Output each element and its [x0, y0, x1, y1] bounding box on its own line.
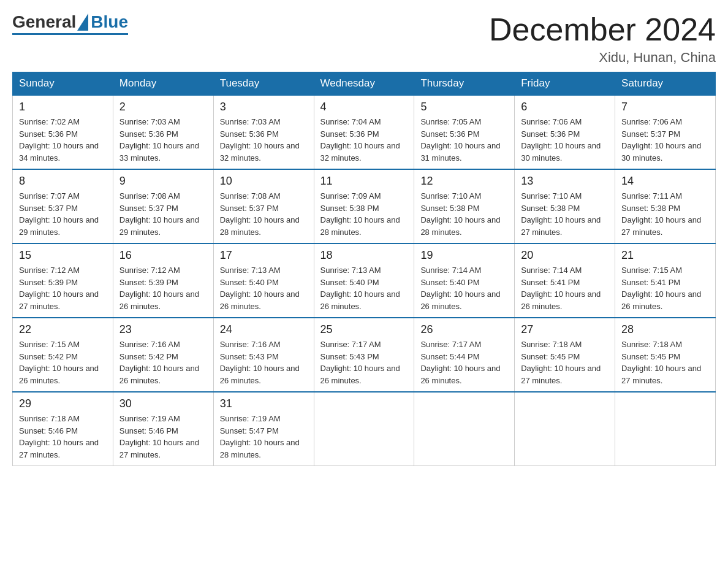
calendar-cell: 15 Sunrise: 7:12 AMSunset: 5:39 PMDaylig… — [13, 243, 113, 318]
calendar-cell: 28 Sunrise: 7:18 AMSunset: 5:45 PMDaylig… — [615, 318, 716, 392]
day-number: 5 — [420, 101, 508, 113]
day-info: Sunrise: 7:13 AMSunset: 5:40 PMDaylight:… — [220, 266, 300, 311]
day-info: Sunrise: 7:07 AMSunset: 5:37 PMDaylight:… — [19, 191, 99, 237]
day-info: Sunrise: 7:08 AMSunset: 5:37 PMDaylight:… — [220, 191, 300, 237]
day-info: Sunrise: 7:08 AMSunset: 5:37 PMDaylight:… — [119, 191, 199, 237]
day-info: Sunrise: 7:03 AMSunset: 5:36 PMDaylight:… — [119, 117, 199, 163]
week-row-4: 22 Sunrise: 7:15 AMSunset: 5:42 PMDaylig… — [13, 318, 716, 392]
calendar-cell: 12 Sunrise: 7:10 AMSunset: 5:38 PMDaylig… — [414, 169, 515, 243]
day-number: 10 — [220, 175, 308, 188]
calendar-cell — [615, 392, 716, 466]
calendar-cell: 13 Sunrise: 7:10 AMSunset: 5:38 PMDaylig… — [515, 169, 615, 243]
day-number: 17 — [220, 249, 308, 262]
calendar-cell — [414, 392, 515, 466]
week-row-1: 1 Sunrise: 7:02 AMSunset: 5:36 PMDayligh… — [13, 95, 716, 169]
day-info: Sunrise: 7:05 AMSunset: 5:36 PMDaylight:… — [420, 117, 500, 163]
day-number: 27 — [521, 323, 609, 336]
day-number: 9 — [119, 175, 207, 188]
calendar-cell: 17 Sunrise: 7:13 AMSunset: 5:40 PMDaylig… — [213, 243, 314, 318]
day-info: Sunrise: 7:02 AMSunset: 5:36 PMDaylight:… — [19, 117, 99, 163]
calendar-cell: 29 Sunrise: 7:18 AMSunset: 5:46 PMDaylig… — [13, 392, 113, 466]
calendar-cell: 24 Sunrise: 7:16 AMSunset: 5:43 PMDaylig… — [213, 318, 314, 392]
day-number: 30 — [119, 397, 207, 410]
calendar-cell: 7 Sunrise: 7:06 AMSunset: 5:37 PMDayligh… — [615, 95, 716, 169]
day-info: Sunrise: 7:10 AMSunset: 5:38 PMDaylight:… — [521, 191, 601, 237]
page-header: General Blue December 2024 Xidu, Hunan, … — [12, 12, 716, 66]
calendar-cell: 27 Sunrise: 7:18 AMSunset: 5:45 PMDaylig… — [515, 318, 615, 392]
col-friday: Friday — [515, 72, 615, 96]
calendar-cell: 30 Sunrise: 7:19 AMSunset: 5:46 PMDaylig… — [113, 392, 213, 466]
calendar-cell: 11 Sunrise: 7:09 AMSunset: 5:38 PMDaylig… — [314, 169, 414, 243]
day-number: 21 — [621, 249, 709, 262]
day-number: 23 — [119, 323, 207, 336]
calendar-cell: 8 Sunrise: 7:07 AMSunset: 5:37 PMDayligh… — [13, 169, 113, 243]
week-row-5: 29 Sunrise: 7:18 AMSunset: 5:46 PMDaylig… — [13, 392, 716, 466]
logo-triangle-icon — [77, 13, 88, 31]
calendar-cell: 31 Sunrise: 7:19 AMSunset: 5:47 PMDaylig… — [213, 392, 314, 466]
logo-underline — [12, 33, 128, 35]
day-info: Sunrise: 7:09 AMSunset: 5:38 PMDaylight:… — [320, 191, 400, 237]
calendar-cell: 18 Sunrise: 7:13 AMSunset: 5:40 PMDaylig… — [314, 243, 414, 318]
logo-blue-text: Blue — [91, 12, 128, 32]
location-label: Xidu, Hunan, China — [489, 50, 716, 66]
calendar-cell: 26 Sunrise: 7:17 AMSunset: 5:44 PMDaylig… — [414, 318, 515, 392]
day-number: 11 — [320, 175, 408, 188]
day-number: 1 — [19, 101, 107, 113]
col-thursday: Thursday — [414, 72, 515, 96]
calendar-cell: 19 Sunrise: 7:14 AMSunset: 5:40 PMDaylig… — [414, 243, 515, 318]
day-info: Sunrise: 7:17 AMSunset: 5:43 PMDaylight:… — [320, 340, 400, 385]
day-info: Sunrise: 7:15 AMSunset: 5:41 PMDaylight:… — [621, 266, 701, 311]
col-wednesday: Wednesday — [314, 72, 414, 96]
calendar-cell — [515, 392, 615, 466]
day-info: Sunrise: 7:19 AMSunset: 5:46 PMDaylight:… — [119, 414, 199, 459]
day-info: Sunrise: 7:10 AMSunset: 5:38 PMDaylight:… — [420, 191, 500, 237]
day-number: 24 — [220, 323, 308, 336]
day-info: Sunrise: 7:04 AMSunset: 5:36 PMDaylight:… — [320, 117, 400, 163]
calendar-cell: 23 Sunrise: 7:16 AMSunset: 5:42 PMDaylig… — [113, 318, 213, 392]
day-number: 16 — [119, 249, 207, 262]
day-number: 26 — [420, 323, 508, 336]
calendar-cell: 5 Sunrise: 7:05 AMSunset: 5:36 PMDayligh… — [414, 95, 515, 169]
day-number: 25 — [320, 323, 408, 336]
calendar-cell: 4 Sunrise: 7:04 AMSunset: 5:36 PMDayligh… — [314, 95, 414, 169]
day-info: Sunrise: 7:14 AMSunset: 5:40 PMDaylight:… — [420, 266, 500, 311]
day-number: 13 — [521, 175, 609, 188]
calendar-cell: 22 Sunrise: 7:15 AMSunset: 5:42 PMDaylig… — [13, 318, 113, 392]
day-number: 14 — [621, 175, 709, 188]
day-number: 18 — [320, 249, 408, 262]
day-number: 20 — [521, 249, 609, 262]
day-info: Sunrise: 7:18 AMSunset: 5:45 PMDaylight:… — [621, 340, 701, 385]
calendar-cell: 9 Sunrise: 7:08 AMSunset: 5:37 PMDayligh… — [113, 169, 213, 243]
calendar-cell: 10 Sunrise: 7:08 AMSunset: 5:37 PMDaylig… — [213, 169, 314, 243]
col-sunday: Sunday — [13, 72, 113, 96]
calendar-header: Sunday Monday Tuesday Wednesday Thursday… — [13, 72, 716, 96]
day-number: 22 — [19, 323, 107, 336]
day-number: 15 — [19, 249, 107, 262]
day-info: Sunrise: 7:15 AMSunset: 5:42 PMDaylight:… — [19, 340, 99, 385]
day-number: 2 — [119, 101, 207, 113]
calendar-cell: 6 Sunrise: 7:06 AMSunset: 5:36 PMDayligh… — [515, 95, 615, 169]
day-info: Sunrise: 7:18 AMSunset: 5:45 PMDaylight:… — [521, 340, 601, 385]
week-row-2: 8 Sunrise: 7:07 AMSunset: 5:37 PMDayligh… — [13, 169, 716, 243]
day-number: 4 — [320, 101, 408, 113]
calendar-cell: 2 Sunrise: 7:03 AMSunset: 5:36 PMDayligh… — [113, 95, 213, 169]
day-info: Sunrise: 7:18 AMSunset: 5:46 PMDaylight:… — [19, 414, 99, 459]
logo: General Blue — [12, 12, 128, 35]
calendar-cell: 20 Sunrise: 7:14 AMSunset: 5:41 PMDaylig… — [515, 243, 615, 318]
calendar-cell: 25 Sunrise: 7:17 AMSunset: 5:43 PMDaylig… — [314, 318, 414, 392]
day-info: Sunrise: 7:03 AMSunset: 5:36 PMDaylight:… — [220, 117, 300, 163]
calendar-cell: 3 Sunrise: 7:03 AMSunset: 5:36 PMDayligh… — [213, 95, 314, 169]
day-number: 3 — [220, 101, 308, 113]
col-tuesday: Tuesday — [213, 72, 314, 96]
day-info: Sunrise: 7:13 AMSunset: 5:40 PMDaylight:… — [320, 266, 400, 311]
day-info: Sunrise: 7:16 AMSunset: 5:42 PMDaylight:… — [119, 340, 199, 385]
day-info: Sunrise: 7:12 AMSunset: 5:39 PMDaylight:… — [19, 266, 99, 311]
day-info: Sunrise: 7:16 AMSunset: 5:43 PMDaylight:… — [220, 340, 300, 385]
day-number: 8 — [19, 175, 107, 188]
title-section: December 2024 Xidu, Hunan, China — [489, 12, 716, 66]
day-info: Sunrise: 7:12 AMSunset: 5:39 PMDaylight:… — [119, 266, 199, 311]
day-number: 6 — [521, 101, 609, 113]
day-info: Sunrise: 7:06 AMSunset: 5:37 PMDaylight:… — [621, 117, 701, 163]
calendar-cell: 21 Sunrise: 7:15 AMSunset: 5:41 PMDaylig… — [615, 243, 716, 318]
day-number: 19 — [420, 249, 508, 262]
